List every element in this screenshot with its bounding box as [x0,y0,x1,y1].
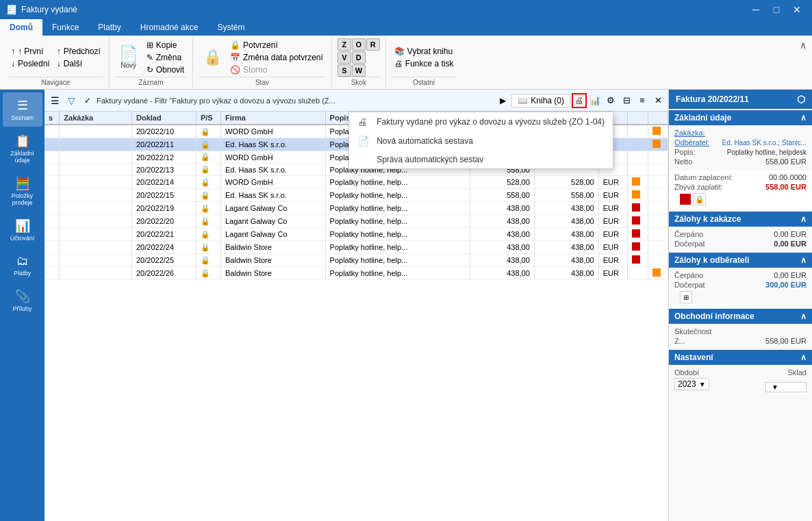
btn-prvni[interactable]: ↑ ↑ První [8,46,53,57]
obchodni-collapse[interactable]: ∧ [800,312,807,321]
cell-status1 [628,164,648,176]
table-row[interactable]: 20/2022/26🔒Baldwin StorePoplatky hotline… [45,267,668,280]
cell-cena: 438,00 [534,215,598,228]
key-v[interactable]: V [338,51,351,64]
table-row[interactable]: 20/2022/15🔒Ed. Haas SK s.r.o.Poplatky ho… [45,189,668,202]
table-row[interactable]: 20/2022/25🔒Baldwin StorePoplatky hotline… [45,254,668,267]
btn-obnovit[interactable]: ↻ Obnovit [144,64,187,75]
btn-zmena-data[interactable]: 📅 Změna data potvrzení [227,52,326,63]
col-ps[interactable]: P/S [196,112,220,125]
right-panel-expand-icon[interactable]: ⬡ [797,94,805,105]
cell-popis: Poplatky hotline, help... [325,215,470,228]
odberatel-value: Ed. Haas SK s.r.o.; Stanic... [722,139,807,147]
cell-ps: 🔒 [196,215,220,228]
cerpano-odberateli-label: Čerpáno [674,271,703,279]
filter-arrow-btn[interactable]: ▶ [495,93,510,108]
zalohy-odberateli-collapse[interactable]: ∧ [800,255,807,265]
sidebar-item-prilohy[interactable]: 📎 Přílohy [3,283,42,318]
tab-system[interactable]: Systém [207,19,254,36]
btn-funkce-tisk[interactable]: 🖨 Funkce a tisk [392,58,457,69]
obdobi-select[interactable]: 2023 ▼ [674,378,709,390]
btn-predchozi[interactable]: ↑ Předchozí [54,46,103,57]
sklad-select[interactable]: ▼ [765,382,807,392]
table-row[interactable]: 20/2022/19🔒Lagant Galway CoPoplatky hotl… [45,202,668,215]
popis-label: Popis: [674,148,696,156]
sidebar-item-seznam[interactable]: ☰ Seznam [3,92,42,127]
cm-item-sprava[interactable]: Správa automatických sestav [349,151,613,168]
cell-popis: Poplatky hotline, help... [325,189,470,202]
table-row[interactable]: 20/2022/20🔒Lagant Galway CoPoplatky hotl… [45,215,668,228]
lock-cell-icon: 🔒 [201,243,210,251]
tab-platby[interactable]: Platby [88,19,130,36]
bar-chart-icon[interactable]: 📊 [587,93,602,108]
book-button[interactable]: 📖 Kniha (0) [511,94,570,107]
sidebar-item-polozky[interactable]: 🧮 Položkyprodeje [3,170,42,212]
sidebar-item-zakladni[interactable]: 📋 Základníúdaje [3,128,42,169]
key-s[interactable]: S [338,64,351,77]
zakladni-collapse-icon[interactable]: ∧ [800,113,807,123]
btn-potvrzeni-big[interactable]: 🔒 [199,49,226,66]
btn-potvrzeni[interactable]: 🔒 Potvrzení [227,40,326,51]
btn-vybrat-knihu[interactable]: 📚 Vybrat knihu [392,46,457,57]
cell-doklad: 20/2022/24 [132,241,196,254]
nastaveni-collapse[interactable]: ∧ [800,353,807,362]
filter-check-icon[interactable]: ✓ [80,93,95,108]
status-box-1 [632,242,640,251]
close-button[interactable]: ✕ [787,0,807,19]
lock-cell-icon: 🔒 [201,153,210,161]
tab-hromadne[interactable]: Hromadné akce [131,19,208,36]
section-zalohy-zakazce-header: Zálohy k zakázce ∧ [669,212,812,227]
filter-funnel-icon[interactable]: ▽ [64,93,79,108]
maximize-button[interactable]: □ [767,0,786,19]
odberateli-table-icon[interactable]: ⊞ [680,291,692,303]
table-row[interactable]: 20/2022/14🔒WORD GmbHPoplatky hotline, he… [45,176,668,189]
cell-status2 [648,254,668,267]
table-container[interactable]: s Zakázka Doklad P/S Firma Popis Cena ne… [45,112,668,521]
table-row[interactable]: 20/2022/21🔒Lagant Galway CoPoplatky hotl… [45,228,668,241]
col-zakaz[interactable]: Zakázka [60,112,132,125]
key-o[interactable]: O [352,38,366,51]
sidebar-item-uctovani[interactable]: 📊 Účtování [3,213,42,247]
cell-cena: 438,00 [534,254,598,267]
btn-zmena[interactable]: ✎ Změna [144,52,187,63]
key-z[interactable]: Z [338,38,351,51]
menu-icon2[interactable]: ≡ [635,93,650,108]
tab-funkce[interactable]: Funkce [42,19,88,36]
btn-novy[interactable]: 📄 Nový [115,45,142,71]
sidebar-item-platby[interactable]: 🗂 Platby [3,249,42,282]
filter-menu-btn[interactable]: ☰ [47,93,62,108]
key-w[interactable]: W [352,64,366,77]
cm-item-faktury[interactable]: 🖨 Faktury vydané pro výkaz o dovozu a vý… [349,112,613,131]
cell-cena: 438,00 [534,267,598,280]
skutecnost-label: Skutečnost [674,327,711,335]
btn-kopie[interactable]: ⊞ Kopie [144,40,187,51]
printer-button[interactable]: 🖨 [572,93,587,108]
ribbon-collapse[interactable]: ∧ [797,37,809,88]
status-box-1 [632,177,640,186]
col-doklad[interactable]: Doklad [132,112,196,125]
btn-dalsi[interactable]: ↓ Další [54,58,103,69]
key-r[interactable]: R [366,38,380,51]
zbyvazaplatit-value: 558,00 EUR [765,183,807,191]
zakazka-label[interactable]: Zakázka: [674,129,705,137]
btn-storno[interactable]: 🚫 Storno [227,64,326,75]
odberatel-label[interactable]: Odběratel: [674,138,709,147]
filter-close-icon[interactable]: ✕ [650,93,665,108]
zalohy-zakazce-collapse[interactable]: ∧ [800,214,807,224]
platba-icon-red[interactable] [680,194,691,205]
content-area: ☰ ▽ ✓ Faktury vydané - Filtr "Faktury pr… [45,90,668,521]
key-d[interactable]: D [352,51,366,64]
tab-domu[interactable]: Domů [0,19,42,36]
row-cerpano-odberateli: Čerpáno 0,00 EUR [674,270,807,280]
platba-lock-btn[interactable]: 🔒 [694,193,706,205]
columns-icon[interactable]: ⊟ [619,93,634,108]
minimize-button[interactable]: ─ [746,0,765,19]
table-row[interactable]: 20/2022/24🔒Baldwin StorePoplatky hotline… [45,241,668,254]
btn-posledni[interactable]: ↓ Poslední [8,58,53,69]
col-firma[interactable]: Firma [220,112,325,125]
cell-s [45,176,60,189]
cm-item-nova-sestava[interactable]: 📄 Nová automatická sestava [349,131,613,151]
row-zbyvazaplatit: Zbývá zaplatit: 558,00 EUR [674,182,807,192]
settings-icon2[interactable]: ⚙ [603,93,618,108]
printer-icon: 🖨 [575,96,583,105]
